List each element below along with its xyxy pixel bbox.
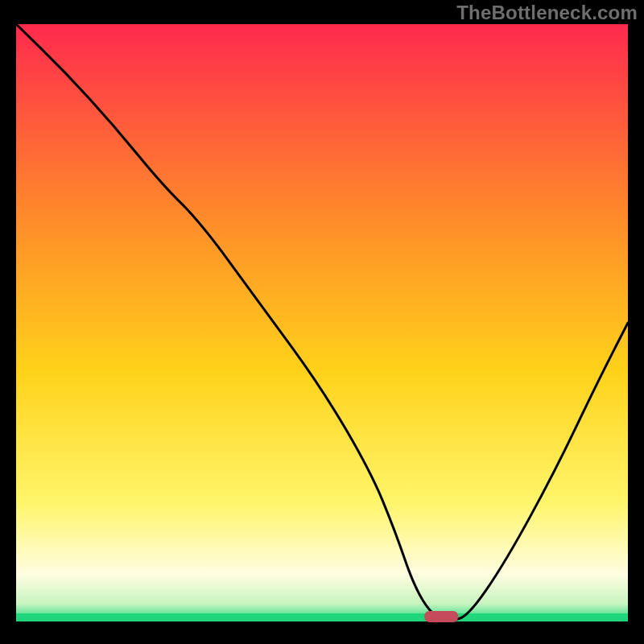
optimal-marker	[424, 611, 458, 622]
watermark-text: TheBottleneck.com	[456, 2, 638, 24]
gradient-background	[16, 24, 628, 621]
chart-frame: TheBottleneck.com	[0, 0, 644, 644]
plot-area	[16, 24, 628, 628]
green-baseline-band	[16, 613, 628, 621]
chart-svg	[16, 24, 628, 628]
